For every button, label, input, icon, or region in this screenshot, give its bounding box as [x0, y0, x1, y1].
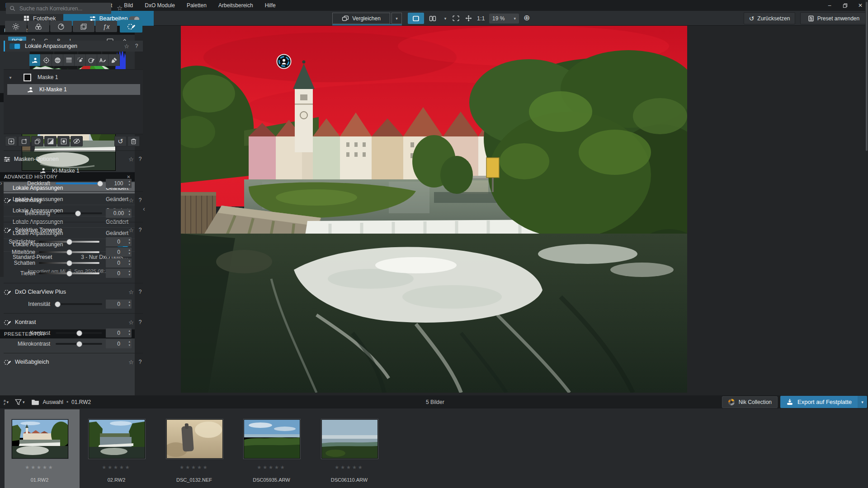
value-spinner[interactable] — [128, 209, 130, 216]
value-spinner[interactable] — [128, 248, 130, 255]
control-line-tool[interactable] — [52, 54, 63, 66]
new-mask-button[interactable] — [5, 136, 17, 146]
exposure-value-box[interactable]: 0.00 — [106, 209, 132, 218]
control-point-tool[interactable] — [41, 54, 52, 66]
star-rating[interactable]: ★★★★★ — [244, 465, 299, 470]
ai-mask-tool[interactable] — [29, 54, 41, 66]
auto-brush-tool[interactable] — [97, 54, 108, 66]
ai-mask-row[interactable]: KI-Maske 1 — [7, 84, 140, 95]
blacks-value-box[interactable]: 0 — [106, 269, 132, 278]
value-spinner[interactable] — [128, 179, 130, 187]
apply-preset-button[interactable]: Preset anwenden — [800, 12, 867, 24]
zoom-in-button[interactable]: ⊕ — [524, 13, 530, 23]
intensity-value-box[interactable]: 0 — [106, 300, 132, 309]
local-adjustments-toggle[interactable] — [9, 43, 20, 49]
breadcrumb-folder[interactable]: Auswahl — [43, 399, 63, 405]
delete-mask-button[interactable] — [127, 136, 140, 146]
opacity-slider-track[interactable] — [56, 183, 102, 184]
shadows-slider-knob[interactable] — [66, 260, 72, 266]
window-restore-button[interactable] — [837, 0, 853, 11]
view-dropdown-button[interactable]: ▾ — [441, 13, 449, 24]
help-icon[interactable]: ? — [137, 289, 143, 295]
export-button[interactable]: Export auf Festplatte — [780, 396, 858, 408]
compare-dropdown-button[interactable]: ▾ — [392, 13, 402, 24]
pan-tool-button[interactable] — [465, 15, 472, 22]
palette-tab-geometry[interactable] — [73, 21, 94, 32]
intensity-slider-knob[interactable] — [55, 301, 61, 307]
filmstrip-thumbnail[interactable] — [12, 419, 68, 459]
blacks-slider-knob[interactable] — [66, 271, 72, 277]
eraser-tool[interactable] — [86, 54, 97, 66]
favorite-star-icon[interactable]: ☆ — [128, 197, 134, 204]
opacity-value-box[interactable]: 100 — [106, 179, 132, 188]
star-rating[interactable]: ★★★★★ — [12, 465, 67, 470]
duplicate-mask-button[interactable] — [31, 136, 43, 146]
help-icon[interactable]: ? — [134, 43, 139, 49]
auto-mask-tool[interactable] — [75, 54, 86, 66]
shadows-slider-track[interactable] — [39, 262, 99, 264]
intensity-slider-track[interactable] — [56, 303, 102, 305]
window-minimize-button[interactable]: – — [822, 0, 837, 11]
microcontrast-slider-track[interactable] — [56, 343, 102, 345]
exposure-header[interactable]: Belichtung ☆ ? — [4, 195, 143, 206]
palette-tab-color[interactable] — [28, 21, 49, 32]
value-spinner[interactable] — [128, 340, 130, 347]
clearview-header[interactable]: DxO ClearView Plus ☆ ? — [4, 286, 143, 297]
help-icon[interactable]: ? — [137, 156, 143, 162]
local-adjustments-header[interactable]: Lokale Anpassungen ☆ ? — [4, 41, 143, 52]
filmstrip-thumbnail[interactable] — [244, 419, 300, 459]
contrast-header[interactable]: Kontrast ☆ ? — [4, 317, 143, 328]
microcontrast-slider-knob[interactable] — [76, 341, 82, 347]
graduated-filter-tool[interactable] — [63, 54, 75, 66]
menu-hilfe[interactable]: Hilfe — [259, 0, 282, 11]
value-spinner[interactable] — [128, 269, 130, 277]
exposure-slider-track[interactable] — [56, 212, 102, 214]
filmstrip-thumbnail[interactable] — [166, 419, 223, 459]
collapse-left-panel-icon[interactable]: ‹ — [143, 205, 145, 212]
contrast-slider-knob[interactable] — [76, 330, 82, 336]
export-dropdown-button[interactable]: ▾ — [858, 396, 867, 408]
highlights-slider-knob[interactable] — [66, 239, 72, 245]
palette-tab-fx[interactable]: ƒx — [95, 21, 117, 32]
exposure-slider-knob[interactable] — [75, 211, 81, 216]
menu-paletten[interactable]: Paletten — [181, 0, 212, 11]
favorite-star-icon[interactable]: ☆ — [124, 43, 129, 50]
palette-tab-light[interactable] — [5, 21, 27, 32]
help-icon[interactable]: ? — [137, 197, 143, 203]
image-canvas[interactable] — [181, 26, 687, 393]
white-balance-header[interactable]: Weißabgleich ☆ ? — [4, 357, 143, 367]
show-mask-button[interactable] — [57, 136, 70, 146]
filter-button[interactable]: ▾ — [15, 399, 25, 405]
value-spinner[interactable] — [128, 300, 130, 307]
help-icon[interactable]: ? — [137, 359, 143, 365]
star-rating[interactable]: ★★★★★ — [166, 465, 222, 470]
value-spinner[interactable] — [128, 238, 130, 245]
undo-mask-button[interactable]: ↺ — [114, 136, 127, 146]
contrast-slider-track[interactable] — [56, 332, 102, 334]
midtones-slider-knob[interactable] — [66, 249, 72, 255]
highlights-value-box[interactable]: 0 — [106, 237, 132, 246]
opacity-slider-knob[interactable] — [97, 181, 103, 187]
mask-group-row[interactable]: ▾ Maske 1 — [4, 71, 143, 83]
value-spinner[interactable] — [128, 259, 130, 266]
sort-button[interactable]: az ▾ — [4, 399, 9, 405]
microcontrast-value-box[interactable]: 0 — [106, 339, 132, 348]
invert-mask-button[interactable] — [44, 136, 57, 146]
menu-dxo-module[interactable]: DxO Module — [139, 0, 181, 11]
selective-tones-header[interactable]: Selektive Tonwerte ☆ ? — [4, 225, 143, 235]
right-panel-scrollbar[interactable] — [865, 0, 868, 370]
palette-tab-detail[interactable] — [50, 21, 72, 32]
value-spinner[interactable] — [128, 329, 130, 336]
favorite-star-icon[interactable]: ☆ — [128, 156, 134, 163]
mask-options-header[interactable]: Masken-Optionen ☆ ? — [4, 154, 143, 164]
midtones-slider-track[interactable] — [39, 251, 99, 253]
view-split-button[interactable] — [425, 13, 440, 24]
hide-mask-button[interactable] — [71, 136, 83, 146]
zoom-level-select[interactable]: 19 % ▾ — [489, 14, 519, 23]
nik-collection-button[interactable]: Nik Collection — [722, 396, 778, 408]
filmstrip-thumbnail[interactable] — [89, 419, 145, 459]
reset-button[interactable]: ↺ Zurücksetzen — [744, 12, 795, 24]
midtones-value-box[interactable]: 0 — [106, 248, 132, 257]
contrast-value-box[interactable]: 0 — [106, 328, 132, 338]
compare-button[interactable]: Vergleichen — [332, 13, 390, 24]
